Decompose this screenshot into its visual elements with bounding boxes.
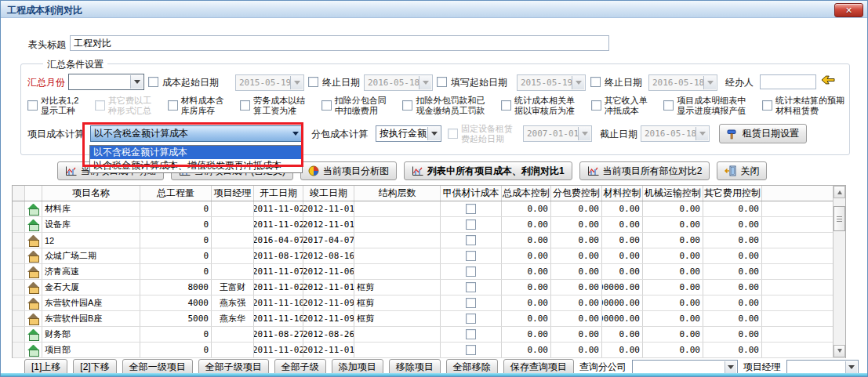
owner-material-checkbox[interactable]	[466, 282, 476, 292]
dialog-window: 工程成本利润对比 ✕ 表头标题 汇总条件设置 汇总月份 成本起始日期 2015-…	[0, 0, 868, 377]
chevron-down-icon	[695, 127, 708, 140]
col-other-fee-ctrl[interactable]: 其它费用控制	[703, 186, 762, 201]
project-cost-calc-select[interactable]: 以不含税金额计算成本	[90, 125, 303, 142]
option-progress-output[interactable]: 项目成本明细表中显示进度填报产值	[663, 96, 746, 116]
line-chart-icon	[587, 166, 599, 176]
owner-material-checkbox[interactable]	[466, 329, 476, 339]
option-other-income-offset[interactable]: 其它收入单冲抵成本	[591, 96, 648, 116]
table-row[interactable]: 项目部 0 2011-11-02 2012-11-01 0.00 0.00 0.…	[13, 343, 845, 358]
all-projects-compare1-button[interactable]: 列表中所有项目成本、利润对比1	[404, 161, 572, 180]
cost-start-date[interactable]: 2015-05-19	[235, 74, 304, 91]
col-subcontract-ctrl[interactable]: 分包费控制	[551, 186, 602, 201]
chevron-down-icon	[845, 361, 857, 374]
summary-month-label: 汇总月份	[27, 76, 65, 89]
owner-material-checkbox[interactable]	[466, 235, 476, 245]
summary-month-select[interactable]	[68, 74, 144, 90]
option-labor-settled-wage[interactable]: 劳务成本以结算工资为准	[240, 96, 305, 116]
scroll-up-button[interactable]	[833, 186, 845, 198]
table-row[interactable]: 东营软件园A座 4000 燕东强 2011-11-10 2012-11-09 框…	[13, 295, 845, 311]
col-owner-material-cost[interactable]: 甲供材计成本	[441, 186, 502, 201]
cost-end-date[interactable]: 2016-05-18	[364, 74, 433, 91]
option-unsettled-rent[interactable]: 统计未结算的预期材料租赁费	[762, 96, 844, 116]
rent-start-label: 固定设备租赁 费起始日期	[461, 124, 513, 144]
option-deduct-penalty[interactable]: 扣除外包罚款和已现金缴纳员工罚款	[402, 96, 485, 116]
table-row[interactable]: 设备库 0 2011-11-02 2012-11-01 0.00 0.00 0.…	[13, 217, 845, 233]
subcontract-calc-select[interactable]: 按执行金额	[376, 125, 441, 142]
option-material-stock[interactable]: 材料成本含库房库存	[168, 96, 224, 116]
owner-material-checkbox[interactable]	[466, 266, 476, 277]
col-end-date[interactable]: 竣工日期	[303, 186, 354, 201]
exit-door-icon	[725, 165, 736, 176]
owner-material-checkbox[interactable]	[466, 251, 476, 261]
project-icon	[27, 219, 39, 230]
rent-date-settings-button[interactable]: 租赁日期设置	[719, 124, 807, 143]
option-deduct-subcontract-fee[interactable]: 扣除分包合同中扣缴费用	[321, 96, 387, 116]
cost-end-checkbox[interactable]	[308, 77, 318, 87]
owner-material-checkbox[interactable]	[466, 345, 476, 355]
dropdown-option[interactable]: 以含税金额计算成本、增值税发票再冲抵成本	[90, 159, 302, 172]
fill-end-date[interactable]: 2016-05-18	[648, 74, 717, 91]
fill-start-date[interactable]: 2015-05-19	[517, 74, 586, 91]
fill-start-checkbox[interactable]	[437, 77, 447, 87]
rent-end-label: 截止日期	[600, 128, 637, 141]
row-selector[interactable]	[13, 295, 25, 310]
projects-table: 项目名称 总工程量 项目经理 开工日期 竣工日期 结构层数 甲供材计成本 总成本…	[12, 185, 846, 358]
owner-material-checkbox[interactable]	[466, 204, 476, 214]
pointing-hand-icon[interactable]	[821, 74, 835, 85]
table-row[interactable]: 12 0 2016-04-07 2017-04-07 0.00 0.00 0.0…	[13, 233, 845, 248]
table-row[interactable]: 财务部 0 2011-08-27 2012-08-26 0.00 0.00 0.…	[13, 327, 845, 343]
current-project-parts-compare2-button[interactable]: 当前项目所有部位对比2	[579, 161, 710, 180]
col-start-date[interactable]: 开工日期	[254, 186, 303, 201]
fill-end-label: 终止日期	[605, 76, 642, 89]
project-icon	[27, 282, 39, 293]
chevron-down-icon	[572, 76, 584, 89]
table-row[interactable]: 金石大厦 8000 王富财 2011-11-02 2012-11-01 框剪 0…	[13, 280, 845, 295]
col-machine-transport-ctrl[interactable]: 机械运输控制	[643, 186, 703, 201]
line-chart-icon	[412, 166, 423, 176]
line-chart-icon	[65, 166, 77, 176]
row-selector[interactable]	[13, 280, 25, 295]
row-selector[interactable]	[13, 343, 25, 357]
row-selector[interactable]	[13, 264, 25, 279]
table-row[interactable]: 材料库 0 2011-11-02 2012-11-01 0.00 0.00 0.…	[13, 201, 845, 217]
scrollbar-thumb[interactable]	[833, 206, 845, 231]
arrow-down-icon	[837, 349, 842, 355]
project-icon	[27, 251, 39, 262]
row-selector[interactable]	[13, 311, 25, 326]
close-dialog-button[interactable]: 关闭	[717, 161, 767, 180]
title-bar[interactable]: 工程成本利润对比 ✕	[1, 1, 867, 18]
table-row[interactable]: 众城广场二期 0 2011-08-17 2012-08-16 0.00 0.00…	[13, 248, 845, 264]
col-total-cost-ctrl[interactable]: 总成本控制	[502, 186, 551, 201]
close-button[interactable]: ✕	[834, 3, 863, 17]
row-selector[interactable]	[13, 327, 25, 342]
vertical-scrollbar[interactable]	[833, 186, 845, 357]
row-selector[interactable]	[13, 201, 25, 216]
col-project-name[interactable]: 项目名称	[42, 186, 140, 201]
chevron-down-icon	[725, 361, 736, 374]
col-structure-floors[interactable]: 结构层数	[354, 186, 441, 201]
table-row[interactable]: 东营软件园B座 5000 燕东华 2011-11-10 2012-11-09 框…	[13, 311, 845, 327]
owner-material-checkbox[interactable]	[466, 314, 476, 324]
agent-input[interactable]	[760, 74, 816, 89]
dropdown-option-selected[interactable]: 以不含税金额计算成本	[90, 146, 302, 159]
fill-end-checkbox[interactable]	[590, 77, 601, 87]
row-selector[interactable]	[13, 248, 25, 263]
table-row[interactable]: 济青高速 0 2011-11-07 2012-11-06 0.00 0.00 0…	[13, 264, 845, 280]
col-material-ctrl[interactable]: 材料控制	[602, 186, 643, 201]
chevron-down-icon	[289, 127, 302, 140]
rent-end-date[interactable]: 2016-05-18	[641, 125, 710, 142]
col-project-manager[interactable]: 项目经理	[212, 186, 254, 201]
option-compare-worktype[interactable]: 对比表1,2显示工种	[27, 96, 78, 116]
row-selector[interactable]	[13, 233, 25, 248]
owner-material-checkbox[interactable]	[466, 298, 476, 308]
header-title-input[interactable]	[70, 35, 609, 51]
owner-material-checkbox[interactable]	[466, 219, 476, 230]
pie-chart-icon	[308, 165, 319, 176]
current-project-analysis-chart-button[interactable]: 当前项目分析图	[300, 161, 397, 180]
agent-label: 经办人	[725, 76, 754, 89]
option-audited-documents[interactable]: 统计成本相关单据以审核后为准	[501, 96, 575, 116]
cost-start-checkbox[interactable]	[148, 77, 158, 87]
col-total-quantity[interactable]: 总工程量	[140, 186, 212, 201]
scroll-down-button[interactable]	[833, 345, 845, 357]
row-selector[interactable]	[13, 217, 25, 232]
